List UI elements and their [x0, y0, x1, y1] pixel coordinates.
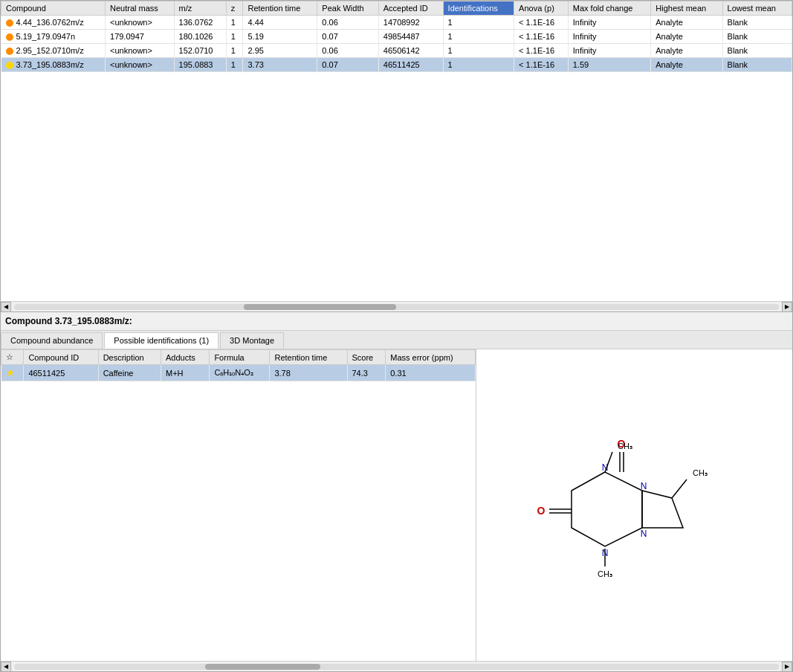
- score-cell: 74.3: [347, 365, 386, 381]
- id-table-row[interactable]: ★46511425CaffeineM+HC₈H₁₀N₄O₂3.7874.30.3…: [1, 365, 476, 381]
- z-cell: 1: [226, 16, 243, 30]
- retention_time-cell: 3.73: [243, 58, 317, 72]
- yellow-dot: [6, 62, 13, 69]
- star-cell: ★: [1, 365, 24, 381]
- caffeine-structure: N N N N: [516, 424, 754, 587]
- table-row[interactable]: 3.73_195.0883m/z<unknown>195.088313.730.…: [1, 58, 792, 72]
- table-row[interactable]: 4.44_136.0762m/z<unknown>136.076214.440.…: [1, 16, 792, 30]
- table-row[interactable]: 2.95_152.0710m/z<unknown>152.071012.950.…: [1, 44, 792, 58]
- n3-methyl-label: CH₃: [598, 569, 612, 578]
- bottom-scroll-left[interactable]: ◀: [1, 662, 11, 672]
- id-col-description[interactable]: Description: [98, 350, 161, 365]
- max_fold-cell: 1.59: [568, 58, 651, 72]
- tab-3d-montage[interactable]: 3D Montage: [220, 332, 284, 349]
- n9-text: N: [640, 529, 647, 539]
- bottom-scrollbar-thumb[interactable]: [205, 664, 320, 670]
- scrollbar-thumb[interactable]: [244, 304, 397, 310]
- scrollbar-track[interactable]: [14, 304, 779, 310]
- compound-cell: 5.19_179.0947n: [1, 30, 106, 44]
- retention_time-cell: 5.19: [243, 30, 317, 44]
- neutral_mass-cell: <unknown>: [106, 16, 175, 30]
- n7-methyl-label: CH₃: [693, 468, 708, 477]
- lowest_mean-cell: Blank: [722, 44, 792, 58]
- scroll-right-btn[interactable]: ▶: [782, 302, 792, 312]
- main-container: CompoundNeutral massm/zzRetention timePe…: [0, 0, 793, 672]
- o-left: O: [537, 505, 545, 517]
- col-header-max-fold-change[interactable]: Max fold change: [568, 1, 651, 16]
- col-header-highest-mean[interactable]: Highest mean: [651, 1, 722, 16]
- identifications-cell: 1: [443, 44, 514, 58]
- n7-text: N: [640, 481, 647, 491]
- col-header-z[interactable]: z: [226, 1, 243, 16]
- bottom-scrollbar[interactable]: ◀ ▶: [1, 661, 792, 671]
- id-col-compound-id[interactable]: Compound ID: [24, 350, 98, 365]
- mz-cell: 152.0710: [174, 44, 226, 58]
- z-cell: 1: [226, 30, 243, 44]
- bottom-section: Compound 3.73_195.0883m/z: Compound abun…: [0, 312, 793, 672]
- id-col-adducts[interactable]: Adducts: [161, 350, 209, 365]
- peak_width-cell: 0.06: [317, 16, 378, 30]
- max_fold-cell: Infinity: [568, 16, 651, 30]
- neutral_mass-cell: <unknown>: [106, 58, 175, 72]
- tab-compound-abundance[interactable]: Compound abundance: [1, 332, 103, 349]
- col-header-retention-time[interactable]: Retention time: [243, 1, 317, 16]
- max_fold-cell: Infinity: [568, 44, 651, 58]
- scroll-left-btn[interactable]: ◀: [1, 302, 11, 312]
- highest_mean-cell: Analyte: [651, 30, 722, 44]
- identifications-cell: 1: [443, 30, 514, 44]
- bottom-scrollbar-track[interactable]: [14, 664, 779, 670]
- identifications-cell: 1: [443, 16, 514, 30]
- anova-cell: < 1.1E-16: [514, 30, 569, 44]
- z-cell: 1: [226, 44, 243, 58]
- highest_mean-cell: Analyte: [651, 16, 722, 30]
- accepted_id-cell: 46511425: [378, 58, 443, 72]
- peak_width-cell: 0.07: [317, 30, 378, 44]
- tab-possible-identifications-1[interactable]: Possible identifications (1): [104, 332, 219, 349]
- anova-cell: < 1.1E-16: [514, 44, 569, 58]
- horizontal-scrollbar[interactable]: ◀ ▶: [1, 301, 792, 311]
- id-col-formula[interactable]: Formula: [210, 350, 270, 365]
- identifications-panel: ☆Compound IDDescriptionAdductsFormulaRet…: [1, 349, 476, 661]
- col-header-accepted-id[interactable]: Accepted ID: [378, 1, 443, 16]
- structure-panel: N N N N: [476, 349, 792, 661]
- lowest_mean-cell: Blank: [722, 16, 792, 30]
- col-header-m/z[interactable]: m/z: [174, 1, 226, 16]
- neutral_mass-cell: <unknown>: [106, 44, 175, 58]
- col-header-neutral-mass[interactable]: Neutral mass: [106, 1, 175, 16]
- compound_id-cell: 46511425: [24, 365, 98, 381]
- compound-table: CompoundNeutral massm/zzRetention timePe…: [1, 1, 792, 72]
- bottom-scroll-right[interactable]: ▶: [782, 662, 792, 672]
- lowest_mean-cell: Blank: [722, 30, 792, 44]
- compound-cell: 4.44_136.0762m/z: [1, 16, 106, 30]
- col-header-lowest-mean[interactable]: Lowest mean: [722, 1, 792, 16]
- id-col-mass-error-(ppm)[interactable]: Mass error (ppm): [386, 350, 476, 365]
- col-header-peak-width[interactable]: Peak Width: [317, 1, 378, 16]
- z-cell: 1: [226, 58, 243, 72]
- n1-methyl-label: CH₃: [618, 442, 632, 450]
- orange-dot: [6, 48, 13, 55]
- mz-cell: 195.0883: [174, 58, 226, 72]
- tabs-bar: Compound abundancePossible identificatio…: [1, 331, 792, 349]
- mz-cell: 180.1026: [174, 30, 226, 44]
- anova-cell: < 1.1E-16: [514, 58, 569, 72]
- col-header-identifications[interactable]: Identifications: [443, 1, 514, 16]
- id-col-score[interactable]: Score: [347, 350, 386, 365]
- peak_width-cell: 0.06: [317, 44, 378, 58]
- retention_time-cell: 2.95: [243, 44, 317, 58]
- compound-cell: 2.95_152.0710m/z: [1, 44, 106, 58]
- table-row[interactable]: 5.19_179.0947n179.0947180.102615.190.074…: [1, 30, 792, 44]
- lowest_mean-cell: Blank: [722, 58, 792, 72]
- col-header-anova-(p)[interactable]: Anova (p): [514, 1, 569, 16]
- tab-content: ☆Compound IDDescriptionAdductsFormulaRet…: [1, 349, 792, 661]
- svg-rect-15: [516, 424, 754, 587]
- col-header-compound[interactable]: Compound: [1, 1, 106, 16]
- id-col-retention-time[interactable]: Retention time: [270, 350, 347, 365]
- orange-dot: [6, 19, 13, 27]
- highest_mean-cell: Analyte: [651, 44, 722, 58]
- peak_width-cell: 0.07: [317, 58, 378, 72]
- id-col-☆[interactable]: ☆: [1, 350, 24, 365]
- top-table-section: CompoundNeutral massm/zzRetention timePe…: [0, 0, 793, 312]
- orange-dot: [6, 33, 13, 41]
- description-cell: Caffeine: [98, 365, 161, 381]
- formula_raw-cell: C₈H₁₀N₄O₂: [210, 365, 270, 381]
